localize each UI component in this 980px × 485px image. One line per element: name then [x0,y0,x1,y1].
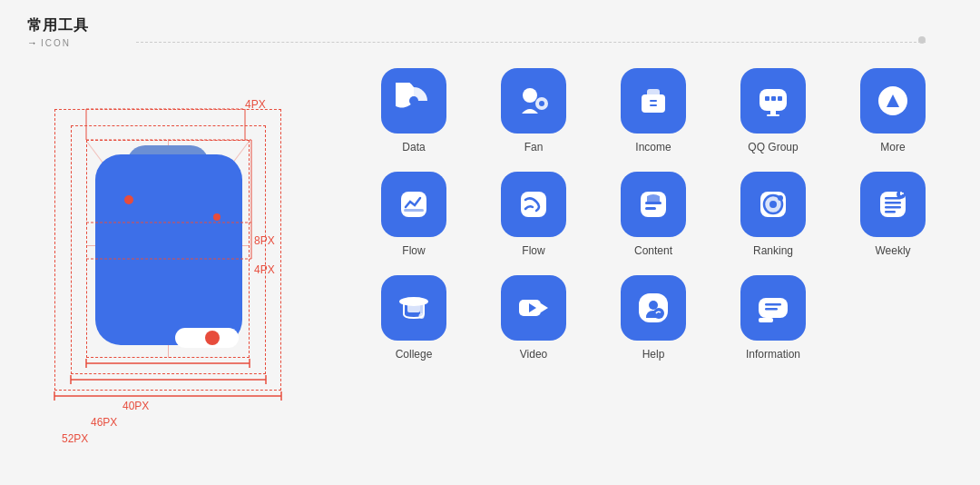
page-title: 常用工具 [27,16,953,35]
svg-rect-63 [759,318,773,322]
content-icon-item: Content [593,172,713,257]
bag-body [95,154,242,345]
svg-rect-38 [645,207,656,210]
svg-rect-22 [647,89,660,98]
help-label: Help [642,348,665,361]
page-subtitle: ICON [41,38,71,48]
information-label: Information [746,348,800,361]
svg-rect-27 [767,114,779,116]
ranking-icon[interactable] [740,172,806,237]
help-icon-item: Help [593,275,713,361]
video-label: Video [520,348,547,361]
flow2-label: Flow [522,244,544,257]
qq-group-icon-item: QQ Group [713,68,833,153]
fan-label: Fan [524,141,544,153]
more-label: More [880,141,905,153]
income-icon[interactable] [621,68,686,134]
svg-rect-65 [765,308,778,311]
content-icon[interactable] [621,172,686,237]
toggle-bar [175,328,239,348]
more-icon-item: More [833,68,953,153]
svg-point-61 [653,308,664,319]
svg-rect-53 [407,300,420,312]
income-icon-item: Income [593,68,713,153]
college-icon[interactable] [381,275,446,341]
icons-row-2: Flow Flow Content [354,172,971,275]
svg-rect-23 [650,100,657,102]
college-icon-item: College [354,275,474,361]
data-icon[interactable] [381,68,446,134]
ranking-icon-item: Ranking [713,172,833,257]
svg-rect-54 [420,302,423,314]
qq-group-label: QQ Group [748,141,798,153]
flow1-icon-item: Flow [354,172,474,257]
dim-52px-label: 52PX [62,432,88,445]
more-icon[interactable] [860,68,926,134]
svg-rect-35 [521,192,546,217]
svg-rect-26 [770,111,776,114]
dot-right [213,213,220,221]
svg-rect-28 [765,96,769,101]
ranking-label: Ranking [753,244,793,257]
fan-icon-item: Fan [474,68,593,153]
svg-rect-34 [404,209,424,212]
svg-rect-30 [778,96,782,101]
svg-rect-51 [900,193,904,194]
svg-rect-47 [885,206,901,209]
svg-point-42 [769,201,777,208]
svg-rect-64 [765,303,781,306]
qq-group-icon[interactable] [740,68,806,134]
svg-point-55 [419,313,425,319]
svg-point-18 [523,88,537,103]
flow1-icon[interactable] [381,172,446,237]
information-icon[interactable] [740,275,806,341]
content-label: Content [634,244,672,257]
arrow-icon: → [27,37,37,48]
college-label: College [396,348,433,361]
fan-icon[interactable] [501,68,566,134]
icons-row-3: College Video [354,275,971,379]
data-label: Data [402,141,425,153]
icons-area: Data Fan Incom [354,68,971,379]
flow1-label: Flow [402,244,425,257]
dim-46px-label: 46PX [91,416,117,429]
information-icon-item: Information [713,275,833,361]
svg-marker-57 [541,303,548,312]
weekly-icon[interactable] [860,172,926,237]
diagram-area: 4PX 8PX 4PX 40PX 46PX 52PX [36,73,372,454]
dim-4px-top-label: 4PX [245,98,266,111]
data-icon-item: Data [354,68,474,153]
svg-point-60 [649,301,658,310]
flow2-icon[interactable] [501,172,566,237]
svg-point-17 [409,96,418,105]
dim-8px-label: 8PX [254,234,275,247]
svg-point-20 [539,101,544,106]
video-icon[interactable] [501,275,566,341]
header-dot-decoration [918,36,926,44]
svg-rect-24 [650,104,657,106]
svg-rect-29 [771,96,776,101]
svg-rect-46 [885,202,901,204]
dim-40px-label: 40PX [122,400,149,412]
dim-4px-bot-label: 4PX [254,263,275,276]
dot-left [124,195,133,204]
help-icon[interactable] [621,275,686,341]
video-icon-item: Video [474,275,593,361]
flow2-icon-item: Flow [474,172,593,257]
income-label: Income [635,141,671,153]
header: 常用工具 → ICON [27,16,953,48]
header-divider [136,42,926,43]
svg-point-43 [778,195,783,201]
toggle-knob [205,331,220,345]
weekly-icon-item: Weekly [833,172,953,257]
weekly-label: Weekly [875,244,910,257]
svg-rect-48 [885,211,896,213]
icons-row-1: Data Fan Incom [354,68,971,172]
